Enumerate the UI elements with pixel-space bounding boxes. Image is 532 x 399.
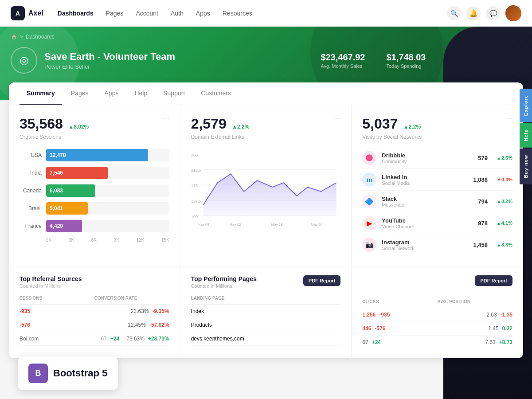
external-links-label: Domain External Links — [191, 134, 250, 140]
social-row-slack: 🔷 Slack Messender 794 ▲0.2% — [362, 191, 512, 212]
nav-apps[interactable]: Apps — [196, 10, 210, 17]
social-networks-label: Visits by Social Networks — [362, 134, 422, 140]
bar-chart: USA 12,478 India 7,546 Canada 6,083 — [20, 149, 169, 243]
social-row-dribbble: Dribbble Community 579 ▲2.6% — [362, 147, 512, 169]
conv-value: 23.63% — [131, 308, 149, 314]
buynow-side-button[interactable]: Buy now — [520, 149, 532, 184]
social-count: 978 — [478, 220, 488, 227]
tab-bar: Summary Pages Apps Help Support Customer… — [9, 82, 523, 105]
conv-value: 73.63% — [126, 336, 145, 342]
sessions-value: -935 — [20, 308, 131, 314]
pos-value: 1.45 — [488, 325, 498, 332]
nav-pages[interactable]: Pages — [106, 10, 124, 17]
nav-account[interactable]: Account — [136, 10, 158, 17]
help-side-button[interactable]: Help — [520, 123, 532, 148]
panel-title: Top Referral Sources — [20, 275, 82, 282]
tab-summary[interactable]: Summary — [20, 82, 62, 105]
organic-sessions-label: Organic Sessions — [20, 134, 89, 140]
bar-axis: 0K 3K 6K 9K 12K 15K — [20, 238, 169, 243]
pos-change: +8.73 — [499, 339, 512, 345]
explore-side-button[interactable]: Explore — [520, 89, 532, 122]
table-header: SESSIONS CONVERSION RATE — [20, 296, 169, 305]
bar-row-france: France 4,420 — [20, 220, 169, 232]
tab-customers[interactable]: Customers — [194, 82, 238, 105]
messages-button[interactable]: 💬 — [486, 6, 500, 20]
line-chart-svg: 250 212.5 175 137.5 100 — [191, 147, 341, 236]
stat-value: $1,748.03 — [387, 52, 426, 63]
svg-text:May 26: May 26 — [311, 223, 323, 227]
instagram-icon: 📷 — [362, 238, 376, 252]
sessions-count: 67 — [101, 336, 107, 342]
logo-icon: A — [11, 6, 25, 20]
social-type: Video Channel — [382, 224, 414, 229]
social-networks-value: 5,037 — [362, 116, 398, 132]
col-avg-position: AVG. POSITION — [438, 299, 512, 304]
logo-text: Axel — [28, 9, 43, 17]
svg-text:175: 175 — [191, 184, 198, 188]
stat-value: $23,467.92 — [321, 52, 365, 63]
hero-brand: ◎ Save Earth - Volunteer Team Power Elit… — [11, 47, 175, 74]
svg-text:May 18: May 18 — [271, 223, 283, 227]
dashboard-grid: 35,568 ▲8.02% Organic Sessions ··· USA 1… — [9, 105, 523, 266]
sessions-value: -576 — [20, 322, 128, 328]
clicks-change: +24 — [372, 339, 485, 345]
panel2-more-button[interactable]: ··· — [334, 114, 340, 123]
social-row-instagram: 📷 Instagram Social Network 1,458 ▲8.3% — [362, 234, 512, 255]
svg-text:May 04: May 04 — [197, 223, 209, 227]
logo[interactable]: A Axel — [11, 6, 43, 20]
external-links-panel: 2,579 ▲2.2% Domain External Links ··· 25… — [180, 105, 352, 266]
bar-row-india: India 7,546 — [20, 167, 169, 179]
breadcrumb-separator: > — [20, 34, 23, 40]
conv-change: -57.02% — [149, 322, 169, 328]
table-row: -935 23.63% -9.35% — [20, 305, 169, 318]
bar-row-canada: Canada 6,083 — [20, 184, 169, 197]
bar-fill: 5,041 — [46, 202, 88, 215]
notifications-button[interactable]: 🔔 — [466, 6, 481, 20]
stat-today-spending: $1,748.03 Today Spending — [387, 52, 426, 69]
svg-text:212.5: 212.5 — [191, 168, 201, 172]
panel3-more-button[interactable]: ··· — [506, 114, 512, 123]
social-type: Messender — [382, 202, 406, 207]
clicks-value: 446 — [362, 325, 371, 332]
nav-dashboards[interactable]: Dashboards — [58, 10, 94, 17]
country-label: France — [20, 223, 42, 229]
bar-row-usa: USA 12,478 — [20, 149, 169, 161]
table-row: 67 +24 7.63 +8.73 — [362, 336, 512, 349]
slack-icon: 🔷 — [362, 194, 376, 208]
pdf-report-button-2[interactable]: PDF Report — [475, 275, 512, 286]
col-conversion: CONVERSION RATE — [94, 296, 169, 301]
main-menu: Dashboards Pages Account Auth Apps Resou… — [58, 10, 447, 17]
pos-value: 7.63 — [485, 339, 495, 345]
sessions-change: +24 — [110, 336, 119, 342]
social-type: Community — [382, 159, 407, 164]
bar-row-brasil: Brasil 5,041 — [20, 202, 169, 215]
table-row: devs.keenthemes.com — [191, 332, 341, 346]
tab-pages[interactable]: Pages — [64, 82, 96, 105]
pdf-report-button[interactable]: PDF Report — [303, 275, 341, 286]
organic-sessions-badge: ▲8.02% — [68, 124, 89, 130]
bottom-grid: Top Referral Sources Counted in Millions… — [9, 266, 523, 358]
svg-text:137.5: 137.5 — [191, 199, 201, 203]
external-links-badge: ▲2.2% — [232, 124, 249, 130]
pos-change: 0.32 — [502, 325, 512, 332]
nav-resources[interactable]: Resources — [223, 10, 252, 17]
table-header: CLICKS AVG. POSITION — [362, 299, 512, 308]
social-count: 579 — [478, 155, 488, 161]
breadcrumb-home[interactable]: 🏠 — [11, 34, 17, 40]
bar-fill: 7,546 — [46, 167, 108, 179]
col-sessions: SESSIONS — [20, 296, 94, 301]
tab-support[interactable]: Support — [156, 82, 192, 105]
tab-help[interactable]: Help — [127, 82, 154, 105]
breadcrumb-current: Dashboards — [26, 34, 55, 40]
table-row: Index — [191, 305, 341, 318]
clicks-value: 67 — [362, 339, 368, 345]
panel1-more-button[interactable]: ··· — [163, 114, 169, 123]
social-name: Dribbble — [382, 152, 407, 159]
bar-track: 6,083 — [46, 184, 169, 197]
user-avatar[interactable] — [505, 5, 521, 21]
col-landing-page: LANDING PAGE — [191, 296, 225, 301]
nav-auth[interactable]: Auth — [171, 10, 184, 17]
tab-apps[interactable]: Apps — [98, 82, 126, 105]
search-button[interactable]: 🔍 — [447, 6, 461, 20]
social-change: ▲4.1% — [497, 220, 512, 226]
